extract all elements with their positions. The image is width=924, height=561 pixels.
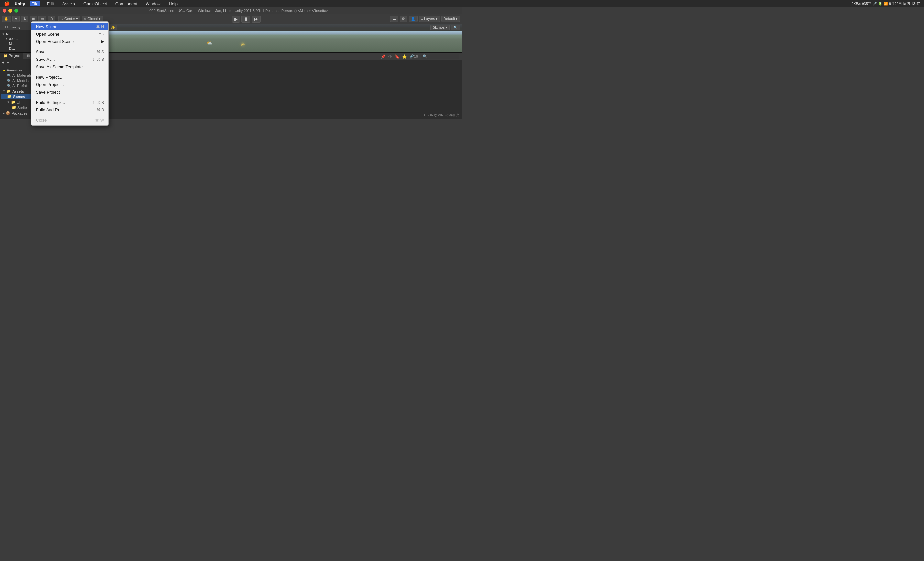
open-recent-scene-item[interactable]: Open Recent Scene ▶ <box>32 38 108 45</box>
close-item[interactable]: Close ⌘ W <box>32 117 108 124</box>
mac-system-bar: 🍎 Unity File Edit Assets GameObject Comp… <box>0 0 462 7</box>
new-project-item[interactable]: New Project... <box>32 74 108 81</box>
save-project-label: Save Project <box>36 90 60 94</box>
gameobject-menu-item[interactable]: GameObject <box>81 1 109 6</box>
sprite-label: Sprite <box>18 106 27 110</box>
save-as-item[interactable]: Save As... ⇧ ⌘ S <box>32 56 108 63</box>
move-tool[interactable]: ✥ <box>12 16 20 22</box>
favorites-icon[interactable]: 📌 <box>381 54 386 59</box>
component-menu-item[interactable]: Component <box>114 1 139 6</box>
scenes-label: Scenes <box>13 95 25 99</box>
open-project-item[interactable]: Open Project... <box>32 81 108 88</box>
file-menu-item[interactable]: File <box>30 1 40 6</box>
search-icon-2: 🔍 <box>7 79 11 82</box>
gizmos-btn[interactable]: Gizmos ▾ <box>430 25 450 30</box>
layout-btn[interactable]: Default ▾ <box>441 16 460 22</box>
asset-toolbar: Assets > Scenes 📌 👁 🔖 ⭐ 🔗16 🔍 <box>65 53 462 60</box>
console-tab-icon: 🖥 <box>27 54 30 58</box>
play-button[interactable]: ▶ <box>232 15 240 22</box>
hier-scene-arrow: ▼ <box>5 38 8 40</box>
save-project-item[interactable]: Save Project <box>32 88 108 96</box>
sprite-folder-icon: 📁 <box>12 105 16 110</box>
save-item[interactable]: Save ⌘ S <box>32 48 108 56</box>
build-settings-label: Build Settings... <box>36 100 65 105</box>
new-project-label: New Project... <box>36 75 62 80</box>
count-badge: 🔗16 <box>410 54 418 58</box>
build-run-label: Build And Run <box>36 107 63 112</box>
favorites-label: Favorites <box>7 68 22 72</box>
help-menu-item[interactable]: Help <box>167 1 180 6</box>
assets-arrow: ▼ <box>3 90 5 93</box>
build-settings-shortcut: ⇧ ⌘ B <box>92 100 104 105</box>
maximize-button[interactable] <box>14 9 18 13</box>
new-scene-label: New Scene <box>36 24 57 29</box>
scenes-folder-icon: 📁 <box>7 94 12 99</box>
ui-arrow: ▼ <box>7 100 10 104</box>
close-label: Close <box>36 118 46 123</box>
add-asset-btn[interactable]: + <box>2 60 4 65</box>
services-btn[interactable]: ⚙ <box>399 16 407 22</box>
apple-icon[interactable]: 🍎 <box>4 1 10 6</box>
project-tab[interactable]: 📁 Project <box>0 53 23 59</box>
search-scene-btn[interactable]: 🔍 <box>451 25 460 30</box>
minimize-button[interactable] <box>8 9 12 13</box>
open-scene-item[interactable]: Open Scene ⌃○ <box>32 30 108 38</box>
hier-scene-label: 009-... <box>9 37 18 41</box>
save-as-label: Save As... <box>36 57 55 62</box>
folder-icon: 📁 <box>6 89 11 93</box>
open-project-label: Open Project... <box>36 82 64 87</box>
save-label: Save <box>36 50 46 54</box>
asset-grid: ✓ SampleSc... <box>65 60 462 113</box>
watermark: CSDN @MINE/小果阳光 <box>424 113 459 117</box>
project-tab-icon: 📁 <box>3 54 8 58</box>
window-title: 009-StartScene - UGUICase - Windows, Mac… <box>18 9 459 13</box>
build-settings-item[interactable]: Build Settings... ⇧ ⌘ B <box>32 99 108 106</box>
layers-btn[interactable]: ≡ Layers ▾ <box>419 16 440 22</box>
star-btn[interactable]: ⭐ <box>402 54 407 59</box>
hand-tool[interactable]: ✋ <box>2 16 11 22</box>
ui-label: UI <box>17 100 20 104</box>
sep-3 <box>32 97 108 98</box>
filter-btn[interactable]: 🔖 <box>395 54 399 59</box>
window-controls <box>3 9 18 13</box>
asset-grid-panel: Assets > Scenes 📌 👁 🔖 ⭐ 🔗16 🔍 <box>65 53 462 119</box>
unity-title-bar: 009-StartScene - UGUICase - Windows, Mac… <box>0 7 462 14</box>
hierarchy-title: Hierarchy <box>5 25 20 29</box>
rotate-tool[interactable]: ↻ <box>21 16 28 22</box>
toolbar-sep-1 <box>57 16 57 22</box>
open-scene-shortcut: ⌃○ <box>98 32 104 36</box>
all-materials-label: All Materials <box>12 74 32 77</box>
build-run-item[interactable]: Build And Run ⌘ B <box>32 106 108 114</box>
save-as-template-label: Save As Scene Template... <box>36 64 86 69</box>
star-icon: ★ <box>3 69 6 72</box>
hier-arrow: ▼ <box>2 33 4 36</box>
close-button[interactable] <box>3 9 6 13</box>
edit-menu-item[interactable]: Edit <box>45 1 56 6</box>
mac-left-menus: 🍎 Unity File Edit Assets GameObject Comp… <box>4 1 180 6</box>
save-as-template-item[interactable]: Save As Scene Template... <box>32 63 108 70</box>
account-btn[interactable]: 👤 <box>409 16 418 22</box>
new-scene-item[interactable]: New Scene ⌘ N <box>32 23 108 30</box>
collab-btn[interactable]: ☁ <box>390 16 398 22</box>
packages-arrow: ▶ <box>3 112 4 114</box>
build-run-shortcut: ⌘ B <box>96 108 104 112</box>
assets-label: Assets <box>12 89 24 93</box>
all-models-label: All Models <box>12 79 29 82</box>
view-toggle-btn[interactable]: 👁 <box>388 54 392 59</box>
save-as-shortcut: ⇧ ⌘ S <box>92 57 104 62</box>
open-recent-label: Open Recent Scene <box>36 39 74 44</box>
hier-dir-label: Di... <box>9 47 15 51</box>
sep-1 <box>32 46 108 47</box>
packages-label: Packages <box>12 111 27 115</box>
pause-button[interactable]: ⏸ <box>242 15 250 22</box>
hierarchy-label: ≡ <box>2 25 4 29</box>
assets-menu-item[interactable]: Assets <box>60 1 77 6</box>
toolbar-arrow-btn[interactable]: ▼ <box>6 61 10 65</box>
hier-all-label: All <box>6 32 9 36</box>
fx2-btn[interactable]: ✨ <box>108 25 117 30</box>
window-menu-item[interactable]: Window <box>144 1 162 6</box>
search-icon-asset: 🔍 <box>423 54 428 58</box>
app-name[interactable]: Unity <box>15 1 25 6</box>
step-button[interactable]: ⏭ <box>252 15 261 22</box>
search-bar: 🔍 <box>421 54 459 59</box>
